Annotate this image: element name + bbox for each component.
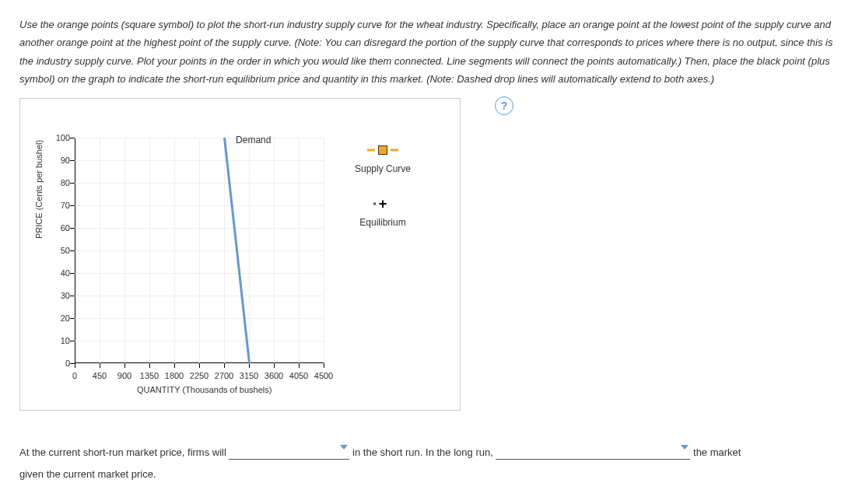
y-tick bbox=[70, 341, 75, 341]
chart-container[interactable]: PRICE (Cents per bushel) 045090013501800… bbox=[19, 98, 461, 411]
y-tick bbox=[70, 205, 75, 206]
y-tick bbox=[70, 363, 75, 364]
x-tick bbox=[100, 363, 100, 368]
grid-line bbox=[75, 228, 324, 229]
x-tick bbox=[224, 363, 225, 368]
x-tick bbox=[324, 363, 324, 368]
dropdown-2[interactable] bbox=[496, 446, 690, 460]
y-tick-label: 50 bbox=[51, 246, 70, 255]
x-tick-label: 4050 bbox=[289, 371, 308, 380]
x-tick bbox=[249, 363, 250, 368]
grid-line bbox=[75, 296, 324, 296]
x-tick-label: 1350 bbox=[140, 371, 159, 380]
grid-line bbox=[75, 205, 324, 206]
grid-line bbox=[324, 138, 324, 363]
x-tick bbox=[75, 363, 75, 368]
y-tick bbox=[70, 160, 75, 161]
y-tick bbox=[70, 273, 75, 274]
y-axis-label: PRICE (Cents per bushel) bbox=[34, 139, 44, 238]
caret-down-icon bbox=[340, 445, 348, 450]
x-tick bbox=[124, 363, 125, 368]
x-tick-label: 3150 bbox=[240, 371, 258, 380]
grid-line bbox=[75, 318, 324, 319]
x-tick-label: 2250 bbox=[190, 371, 208, 380]
instructions-text: Use the orange points (square symbol) to… bbox=[19, 16, 836, 89]
legend-equilibrium[interactable]: + Equilibrium bbox=[355, 198, 411, 228]
grid-line bbox=[75, 273, 324, 274]
plus-icon: + bbox=[373, 198, 392, 210]
x-tick bbox=[149, 363, 150, 368]
plot-area[interactable]: 0450900135018002250270031503600405045000… bbox=[75, 138, 324, 363]
x-tick bbox=[199, 363, 200, 368]
x-axis-label: QUANTITY (Thousands of bushels) bbox=[137, 385, 272, 394]
x-tick-label: 3600 bbox=[265, 371, 283, 380]
y-tick bbox=[70, 183, 75, 184]
y-tick-label: 80 bbox=[51, 178, 70, 187]
y-tick-label: 30 bbox=[51, 291, 70, 300]
y-tick-label: 0 bbox=[51, 359, 70, 368]
y-tick bbox=[70, 296, 75, 296]
grid-line bbox=[75, 183, 324, 184]
x-tick-label: 900 bbox=[117, 371, 131, 380]
y-tick-label: 60 bbox=[51, 223, 70, 233]
x-tick-label: 0 bbox=[72, 371, 77, 380]
y-tick-label: 40 bbox=[51, 268, 70, 278]
x-tick bbox=[274, 363, 275, 368]
caret-down-icon bbox=[681, 445, 689, 450]
demand-label: Demand bbox=[236, 135, 271, 145]
fill-part4: given the current market price. bbox=[19, 468, 156, 480]
y-tick bbox=[70, 228, 75, 229]
y-tick-label: 70 bbox=[51, 201, 70, 210]
fill-part3: the market bbox=[693, 446, 741, 458]
fill-part2: in the short run. In the long run, bbox=[352, 446, 493, 458]
legend-supply[interactable]: Supply Curve bbox=[355, 145, 411, 174]
y-tick-label: 100 bbox=[51, 133, 70, 142]
help-icon[interactable]: ? bbox=[495, 96, 513, 115]
y-tick-label: 20 bbox=[51, 313, 70, 323]
grid-line bbox=[75, 341, 324, 341]
grid-line bbox=[75, 160, 324, 161]
y-tick bbox=[70, 318, 75, 319]
x-tick-label: 4500 bbox=[314, 371, 333, 380]
square-icon bbox=[367, 145, 398, 155]
legend: Supply Curve + Equilibrium bbox=[355, 145, 411, 251]
y-tick-label: 10 bbox=[51, 336, 70, 345]
grid-line bbox=[75, 138, 324, 138]
fill-part1: At the current short-run market price, f… bbox=[19, 446, 226, 458]
x-tick-label: 450 bbox=[93, 371, 107, 380]
dropdown-1[interactable] bbox=[229, 446, 349, 460]
x-tick-label: 1800 bbox=[165, 371, 184, 380]
y-tick-label: 90 bbox=[51, 156, 70, 165]
x-tick bbox=[174, 363, 175, 368]
supply-label: Supply Curve bbox=[355, 163, 411, 174]
equilibrium-label: Equilibrium bbox=[359, 217, 405, 228]
x-tick bbox=[299, 363, 300, 368]
y-tick bbox=[70, 138, 75, 138]
fill-in-sentence: At the current short-run market price, f… bbox=[19, 442, 836, 486]
y-tick bbox=[70, 250, 75, 251]
x-tick-label: 2700 bbox=[215, 371, 233, 380]
grid-line bbox=[75, 250, 324, 251]
